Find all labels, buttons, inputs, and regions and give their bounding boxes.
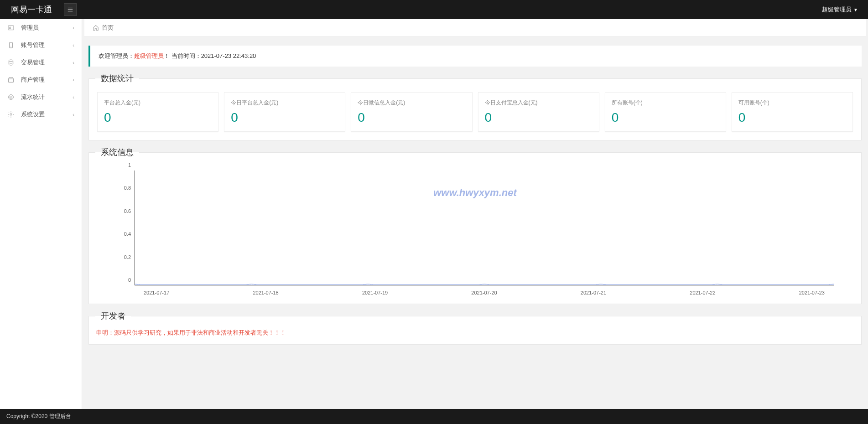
chevron-left-icon: ‹ [73,112,74,117]
device-icon [7,41,15,49]
developer-section: 开发者 申明：源码只供学习研究，如果用于非法和商业活动和开发者无关！！！ [88,310,862,345]
svg-point-11 [10,114,12,115]
main-content: 首页 欢迎管理员：超级管理员！ 当前时间：2021-07-23 22:43:20… [82,19,868,369]
stats-title: 数据统计 [95,73,139,84]
sidebar: 管理员 ‹ 账号管理 ‹ 交易管理 ‹ 商户管理 ‹ 流水统计 ‹ 系统设置 ‹ [0,19,82,369]
chart-area: www.hwyxym.net 00.20.40.60.81 2021-07-17… [89,158,861,304]
svg-point-16 [596,284,606,285]
stat-value: 0 [612,110,719,125]
sidebar-item-admin[interactable]: 管理员 ‹ [0,19,82,36]
user-menu[interactable]: 超级管理员 ▼ [822,5,863,14]
sidebar-item-label: 交易管理 [21,58,73,67]
svg-point-7 [9,60,13,62]
stat-card: 平台总入金(元)0 [97,92,218,132]
chevron-left-icon: ‹ [73,60,74,65]
chevron-left-icon: ‹ [73,77,74,83]
stat-value: 0 [738,110,846,125]
welcome-exclaim: ！ [164,52,170,59]
stat-card: 可用账号(个)0 [732,92,853,132]
x-tick-label: 2021-07-22 [690,290,715,295]
x-tick-label: 2021-07-23 [799,290,825,295]
dev-disclaimer: 申明：源码只供学习研究，如果用于非法和商业活动和开发者无关！！！ [89,321,861,344]
sysinfo-title: 系统信息 [95,147,139,158]
x-tick-label: 2021-07-20 [471,290,497,295]
svg-point-15 [479,284,489,285]
stat-card: 今日微信总入金(元)0 [351,92,472,132]
sidebar-item-account[interactable]: 账号管理 ‹ [0,36,82,54]
breadcrumb-home[interactable]: 首页 [102,24,114,32]
welcome-time-label: 当前时间： [172,52,201,59]
y-tick-label: 1 [128,162,131,168]
sidebar-item-label: 管理员 [21,24,73,32]
svg-point-10 [10,97,11,97]
chart-plot[interactable] [135,171,834,285]
chevron-left-icon: ‹ [73,25,74,31]
caret-down-icon: ▼ [853,7,858,12]
target-icon [7,93,15,101]
chevron-left-icon: ‹ [73,42,74,48]
stat-label: 所有账号(个) [612,99,719,107]
welcome-time-value: 2021-07-23 22:43:20 [201,52,256,59]
svg-rect-3 [8,26,14,30]
sidebar-item-merchant[interactable]: 商户管理 ‹ [0,71,82,88]
app-logo: 网易一卡通 [5,4,58,15]
y-tick-label: 0.2 [124,254,131,260]
stats-section: 数据统计 平台总入金(元)0今日平台总入金(元)0今日微信总入金(元)0今日支付… [88,73,862,140]
y-tick-label: 0.8 [124,185,131,191]
user-name: 超级管理员 [822,5,852,14]
stat-label: 今日平台总入金(元) [231,99,338,107]
sidebar-item-label: 流水统计 [21,93,73,101]
top-header: 网易一卡通 超级管理员 ▼ [0,0,868,19]
breadcrumb: 首页 [84,19,866,37]
menu-toggle-button[interactable] [64,3,77,16]
svg-point-8 [9,95,14,100]
svg-point-17 [712,284,722,285]
sidebar-item-label: 商户管理 [21,76,73,84]
svg-point-13 [247,284,256,285]
sysinfo-section: 系统信息 www.hwyxym.net 00.20.40.60.81 2021-… [88,147,862,304]
stat-label: 平台总入金(元) [104,99,212,107]
sidebar-item-stats[interactable]: 流水统计 ‹ [0,88,82,106]
sidebar-item-settings[interactable]: 系统设置 ‹ [0,106,82,123]
y-tick-label: 0 [128,277,131,283]
svg-point-12 [135,284,140,285]
welcome-admin-name: 超级管理员 [134,52,164,59]
database-icon [7,59,15,66]
stat-value: 0 [231,110,338,125]
stat-card: 今日支付宝总入金(元)0 [478,92,599,132]
stat-label: 今日支付宝总入金(元) [485,99,593,107]
svg-point-9 [10,96,12,98]
line-chart-svg [135,171,834,285]
svg-point-18 [829,284,834,285]
id-card-icon [7,24,15,31]
dev-title: 开发者 [95,310,131,321]
sidebar-item-label: 系统设置 [21,110,73,119]
y-tick-label: 0.4 [124,231,131,237]
welcome-prefix: 欢迎管理员： [99,52,134,59]
sidebar-item-label: 账号管理 [21,41,73,49]
x-tick-label: 2021-07-17 [144,290,169,295]
stat-value: 0 [358,110,465,125]
home-icon [93,25,99,31]
gear-icon [7,111,15,118]
x-tick-label: 2021-07-18 [253,290,278,295]
store-icon [7,76,15,83]
stat-card: 所有账号(个)0 [605,92,726,132]
x-tick-label: 2021-07-19 [362,290,388,295]
stat-value: 0 [485,110,593,125]
stat-label: 可用账号(个) [738,99,846,107]
stat-card: 今日平台总入金(元)0 [224,92,345,132]
hamburger-icon [67,6,73,13]
stat-value: 0 [104,110,212,125]
chevron-left-icon: ‹ [73,94,74,100]
svg-point-4 [10,27,11,28]
svg-point-14 [363,284,373,285]
x-tick-label: 2021-07-21 [581,290,606,295]
sidebar-item-trade[interactable]: 交易管理 ‹ [0,54,82,71]
stat-label: 今日微信总入金(元) [358,99,465,107]
y-tick-label: 0.6 [124,208,131,214]
welcome-banner: 欢迎管理员：超级管理员！ 当前时间：2021-07-23 22:43:20 [88,46,862,67]
